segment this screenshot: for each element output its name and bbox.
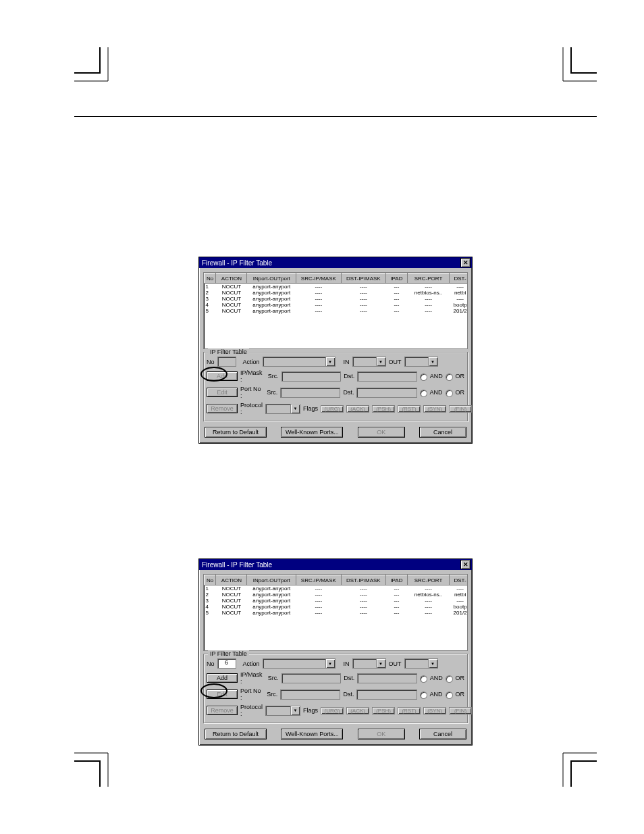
action-select-2[interactable]: ▼ — [263, 658, 336, 669]
flag-syn[interactable]: (SYN) — [423, 405, 446, 413]
col-srcport[interactable]: SRC-PORT — [407, 273, 449, 284]
and-radio-3[interactable] — [420, 675, 427, 683]
and-radio-2[interactable] — [420, 390, 427, 397]
col-srcport-2[interactable]: SRC-PORT — [407, 575, 449, 585]
flag-urg[interactable]: (URG) — [321, 405, 344, 413]
close-icon-2[interactable]: ✕ — [460, 560, 471, 569]
crop-mark-bl — [74, 746, 115, 787]
out-select[interactable]: ▼ — [404, 357, 438, 367]
dst-port-input-2[interactable] — [356, 689, 417, 700]
col-ipad[interactable]: IPAD — [386, 273, 408, 284]
table-row[interactable]: 5NOCUTanyport-anyport---------------201/… — [205, 308, 468, 314]
src-ip-input-2[interactable] — [281, 673, 341, 683]
out-label: OUT — [389, 359, 402, 365]
window-title: Firewall - IP Filter Table — [200, 259, 272, 267]
table-row[interactable]: 1NOCUTanyport-anyport------------------- — [205, 585, 468, 592]
ok-button-2[interactable]: OK — [358, 729, 405, 739]
out-select-2[interactable]: ▼ — [404, 658, 438, 669]
col-dstip-2[interactable]: DST-IP/MASK — [341, 575, 386, 585]
col-inout-2[interactable]: INport-OUTport — [247, 575, 296, 585]
flag-rst-2[interactable]: (RST) — [398, 707, 421, 714]
fieldset-legend-2: IP Filter Table — [208, 650, 249, 657]
ipmask-label: IP/Mask : — [240, 369, 265, 383]
and-radio[interactable] — [420, 373, 427, 381]
flag-fin[interactable]: (FIN) — [449, 405, 472, 413]
flag-fin-2[interactable]: (FIN) — [449, 707, 472, 714]
chevron-down-icon: ▼ — [428, 357, 438, 367]
src-label-3: Src. — [268, 675, 279, 681]
crop-mark-tr — [556, 47, 597, 88]
remove-button[interactable]: Remove — [207, 404, 238, 413]
fieldset-legend: IP Filter Table — [208, 348, 249, 355]
col-inout[interactable]: INport-OUTport — [247, 273, 296, 284]
close-icon[interactable]: ✕ — [460, 258, 471, 267]
table-row[interactable]: 2NOCUTanyport-anyport-----------netbios-… — [205, 290, 468, 296]
protocol-select-2[interactable]: ▼ — [265, 706, 300, 716]
action-select[interactable]: ▼ — [263, 357, 336, 367]
src-port-input[interactable] — [280, 388, 340, 398]
dst-ip-input-2[interactable] — [357, 673, 417, 683]
src-port-input-2[interactable] — [280, 689, 340, 700]
cancel-button-2[interactable]: Cancel — [419, 729, 466, 739]
table-row[interactable]: 1NOCUTanyport-anyport------------------- — [205, 284, 468, 290]
flag-urg-2[interactable]: (URG) — [321, 707, 344, 714]
dst-label-3: Dst. — [344, 675, 354, 681]
titlebar: Firewall - IP Filter Table ✕ — [199, 257, 472, 268]
add-button-2[interactable]: Add — [207, 673, 238, 683]
filter-table-container-2[interactable]: No ACTION INport-OUTport SRC-IP/MASK DST… — [203, 574, 468, 651]
return-default-button[interactable]: Return to Default — [205, 427, 267, 438]
or-radio-2[interactable] — [446, 390, 453, 397]
dialog-2: Firewall - IP Filter Table ✕ No ACTION I… — [198, 558, 473, 746]
protocol-label: Protocol : — [240, 402, 263, 415]
edit-button[interactable]: Edit — [207, 388, 238, 397]
col-dstp[interactable]: DST- — [450, 273, 468, 284]
dst-ip-input[interactable] — [357, 371, 417, 382]
chevron-down-icon: ▼ — [290, 706, 300, 716]
table-row[interactable]: 2NOCUTanyport-anyport-----------netbios-… — [205, 592, 468, 598]
no-label-2: No — [207, 660, 215, 667]
or-label-3: OR — [456, 675, 465, 681]
in-select-2[interactable]: ▼ — [352, 658, 386, 669]
src-label-2: Src. — [267, 389, 277, 396]
or-radio-4[interactable] — [446, 692, 453, 699]
no-input-2[interactable]: 6 — [217, 658, 236, 669]
or-label-2: OR — [456, 389, 465, 396]
or-radio-3[interactable] — [446, 675, 453, 683]
no-input — [217, 357, 236, 367]
flag-ack-2[interactable]: (ACK) — [346, 707, 369, 714]
protocol-select[interactable]: ▼ — [265, 404, 300, 414]
or-radio[interactable] — [446, 373, 453, 381]
flag-rst[interactable]: (RST) — [398, 405, 421, 413]
flag-psh-2[interactable]: (PSH) — [372, 707, 395, 714]
flag-syn-2[interactable]: (SYN) — [423, 707, 446, 714]
remove-button-2[interactable]: Remove — [207, 706, 238, 715]
col-dstip[interactable]: DST-IP/MASK — [341, 273, 386, 284]
ok-button[interactable]: OK — [358, 427, 405, 438]
table-row[interactable]: 4NOCUTanyport-anyport---------------boot… — [205, 604, 468, 610]
col-ipad-2[interactable]: IPAD — [386, 575, 408, 585]
titlebar-2: Firewall - IP Filter Table ✕ — [199, 559, 472, 570]
table-row[interactable]: 4NOCUTanyport-anyport---------------boot… — [205, 302, 468, 308]
table-row[interactable]: 3NOCUTanyport-anyport------------------- — [205, 598, 468, 604]
wellknown-button-2[interactable]: Well-Known Ports... — [281, 729, 343, 739]
and-radio-4[interactable] — [420, 692, 427, 699]
in-select[interactable]: ▼ — [352, 357, 386, 367]
src-ip-input[interactable] — [281, 371, 341, 382]
table-row[interactable]: 5NOCUTanyport-anyport---------------201/… — [205, 610, 468, 616]
col-no-2[interactable]: No — [205, 575, 216, 585]
callout-oval-add — [200, 683, 227, 698]
wellknown-button[interactable]: Well-Known Ports... — [281, 427, 343, 438]
filter-table-container[interactable]: No ACTION INport-OUTport SRC-IP/MASK DST… — [203, 272, 468, 349]
flag-psh[interactable]: (PSH) — [372, 405, 395, 413]
col-srcip-2[interactable]: SRC-IP/MASK — [296, 575, 342, 585]
dst-port-input[interactable] — [356, 388, 417, 398]
col-srcip[interactable]: SRC-IP/MASK — [296, 273, 342, 284]
cancel-button[interactable]: Cancel — [419, 427, 466, 438]
col-no[interactable]: No — [205, 273, 216, 284]
return-default-button-2[interactable]: Return to Default — [205, 729, 267, 739]
flag-ack[interactable]: (ACK) — [346, 405, 369, 413]
col-dstp-2[interactable]: DST- — [450, 575, 468, 585]
col-action-2[interactable]: ACTION — [216, 575, 247, 585]
table-row[interactable]: 3NOCUTanyport-anyport------------------- — [205, 296, 468, 302]
col-action[interactable]: ACTION — [216, 273, 247, 284]
